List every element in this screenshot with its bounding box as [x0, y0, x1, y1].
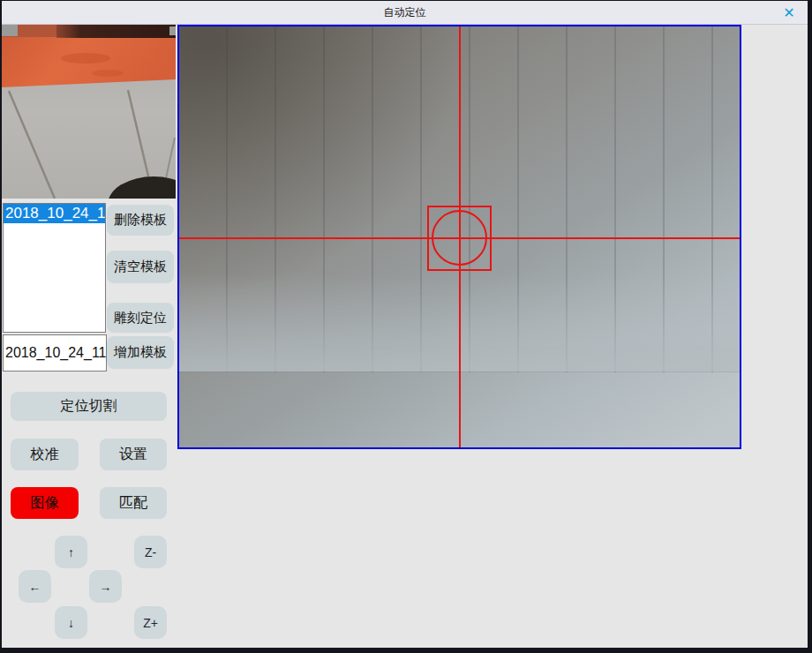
- jog-z-minus-button[interactable]: Z-: [134, 536, 167, 568]
- list-item-selected[interactable]: 2018_10_24_11: [4, 204, 105, 223]
- close-icon[interactable]: ✕: [778, 3, 801, 23]
- engrave-position-button[interactable]: 雕刻定位: [107, 303, 174, 333]
- position-cut-button[interactable]: 定位切割: [11, 392, 167, 421]
- jog-up-button[interactable]: ↑: [55, 536, 87, 568]
- jog-z-plus-button[interactable]: Z+: [134, 606, 167, 639]
- title-bar: 自动定位 ✕: [2, 1, 808, 25]
- template-list[interactable]: 2018_10_24_11: [3, 203, 106, 333]
- jog-right-button[interactable]: →: [89, 570, 122, 603]
- camera-view[interactable]: [177, 25, 741, 449]
- template-name-input[interactable]: [3, 334, 107, 372]
- calibrate-button[interactable]: 校准: [11, 439, 79, 470]
- jog-left-button[interactable]: ←: [19, 570, 51, 603]
- clear-templates-button[interactable]: 清空模板: [107, 251, 174, 283]
- add-template-button[interactable]: 增加模板: [107, 336, 174, 369]
- jog-down-button[interactable]: ↓: [55, 606, 87, 639]
- template-thumbnail: [2, 25, 176, 199]
- match-button[interactable]: 匹配: [100, 487, 167, 519]
- target-circle-overlay: [432, 210, 487, 266]
- delete-template-button[interactable]: 删除模板: [107, 205, 174, 236]
- image-button[interactable]: 图像: [11, 487, 79, 519]
- dialog-title: 自动定位: [384, 5, 426, 20]
- settings-button[interactable]: 设置: [100, 439, 167, 470]
